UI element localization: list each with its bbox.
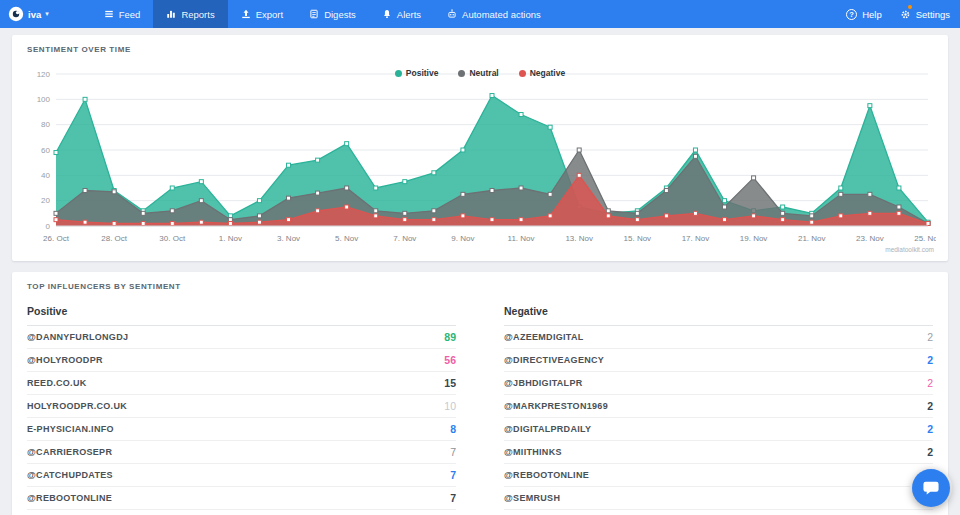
influencer-row[interactable]: @MARKPRESTON19692 xyxy=(504,395,933,418)
notification-dot xyxy=(908,5,912,9)
svg-text:9. Nov: 9. Nov xyxy=(451,234,474,243)
influencer-row[interactable]: @AZEEMDIGITAL2 xyxy=(504,326,933,349)
influencer-count: 2 xyxy=(927,446,933,458)
svg-text:40: 40 xyxy=(41,171,50,180)
influencer-row[interactable]: REED.CO.UK15 xyxy=(27,372,456,395)
nav-item-automated-actions[interactable]: Automated actions xyxy=(434,0,554,28)
chat-widget-button[interactable] xyxy=(912,469,950,507)
legend-label: Neutral xyxy=(469,68,498,78)
svg-text:19. Nov: 19. Nov xyxy=(740,234,768,243)
svg-text:28. Oct: 28. Oct xyxy=(101,234,128,243)
svg-text:1. Nov: 1. Nov xyxy=(219,234,242,243)
nav-item-digests[interactable]: Digests xyxy=(296,0,369,28)
legend-positive[interactable]: Positive xyxy=(395,68,439,78)
legend-dot-icon xyxy=(519,70,526,77)
influencer-row[interactable]: PAGES10.COM7 xyxy=(27,510,456,515)
influencer-name[interactable]: @HOLYROODPR xyxy=(27,355,103,365)
settings-label: Settings xyxy=(916,9,950,20)
influencer-row[interactable]: @DIRECTIVEAGENCY2 xyxy=(504,349,933,372)
negative-influencers-column: Negative @AZEEMDIGITAL2@DIRECTIVEAGENCY2… xyxy=(504,299,933,515)
influencer-name[interactable]: @JBHDIGITALPR xyxy=(504,378,583,388)
export-icon xyxy=(241,9,251,19)
influencer-name[interactable]: @DANNYFURLONGDJ xyxy=(27,332,128,342)
influencer-row[interactable]: @DIGITALPRDAILY2 xyxy=(504,418,933,441)
nav-item-reports[interactable]: Reports xyxy=(153,0,227,28)
chart-legend: PositiveNeutralNegative xyxy=(12,68,948,78)
influencer-name[interactable]: E-PHYSICIAN.INFO xyxy=(27,424,114,434)
nav-item-alerts[interactable]: Alerts xyxy=(369,0,434,28)
influencer-row[interactable]: @SEMRUSH2 xyxy=(504,487,933,510)
influencer-name[interactable]: HOLYROODPR.CO.UK xyxy=(27,401,127,411)
positive-column-header: Positive xyxy=(27,299,456,326)
influencer-row[interactable]: E-PHYSICIAN.INFO8 xyxy=(27,418,456,441)
alerts-icon xyxy=(382,9,392,19)
influencer-row[interactable]: @REBOOTONLINE2 xyxy=(504,464,933,487)
influencer-row[interactable]: @REBOOTONLINE7 xyxy=(27,487,456,510)
nav-item-label: Reports xyxy=(181,9,214,20)
influencer-count: 2 xyxy=(927,377,933,389)
influencer-count: 2 xyxy=(927,400,933,412)
svg-text:0: 0 xyxy=(46,222,51,231)
digests-icon xyxy=(309,9,319,19)
influencer-row[interactable]: @HOLYROODPR56 xyxy=(27,349,456,372)
svg-text:11. Nov: 11. Nov xyxy=(508,234,535,243)
watermark: mediatoolkit.com xyxy=(24,246,936,259)
legend-negative[interactable]: Negative xyxy=(519,68,565,78)
nav-item-feed[interactable]: Feed xyxy=(91,0,154,28)
negative-influencers-list: @AZEEMDIGITAL2@DIRECTIVEAGENCY2@JBHDIGIT… xyxy=(504,326,933,515)
influencer-name[interactable]: @MIITHINKS xyxy=(504,447,562,457)
influencer-count: 56 xyxy=(444,354,456,366)
influencer-count: 10 xyxy=(444,400,456,412)
influencer-row[interactable]: @JBHDIGITALPR2 xyxy=(504,372,933,395)
legend-neutral[interactable]: Neutral xyxy=(458,68,498,78)
influencer-name[interactable]: @DIGITALPRDAILY xyxy=(504,424,591,434)
chat-bubble-icon xyxy=(922,479,940,497)
influencer-name[interactable]: @CATCHUPDATES xyxy=(27,470,113,480)
top-influencers-card: TOP INFLUENCERS BY SENTIMENT Positive @D… xyxy=(12,272,948,515)
sentiment-chart[interactable]: PositiveNeutralNegative 0204060801001202… xyxy=(12,62,948,261)
influencer-row[interactable]: @MIITHINKS2 xyxy=(504,441,933,464)
influencer-count: 8 xyxy=(450,423,456,435)
influencer-name[interactable]: @AZEEMDIGITAL xyxy=(504,332,584,342)
top-navbar: iva ▾ FeedReportsExportDigestsAlertsAuto… xyxy=(0,0,960,28)
influencer-name[interactable]: @REBOOTONLINE xyxy=(504,470,589,480)
influencers-card-title: TOP INFLUENCERS BY SENTIMENT xyxy=(12,272,948,299)
svg-text:20: 20 xyxy=(41,196,50,205)
nav-item-label: Feed xyxy=(119,9,141,20)
influencer-name[interactable]: REED.CO.UK xyxy=(27,378,87,388)
svg-text:25. Nov: 25. Nov xyxy=(914,234,936,243)
influencer-name[interactable]: @SEMRUSH xyxy=(504,493,560,503)
brand-logo-icon xyxy=(8,6,24,22)
svg-text:30. Oct: 30. Oct xyxy=(159,234,186,243)
gear-icon xyxy=(900,9,911,20)
svg-text:26. Oct: 26. Oct xyxy=(43,234,70,243)
influencer-name[interactable]: @DIRECTIVEAGENCY xyxy=(504,355,604,365)
influencer-name[interactable]: @REBOOTONLINE xyxy=(27,493,112,503)
legend-dot-icon xyxy=(458,70,465,77)
svg-text:3. Nov: 3. Nov xyxy=(277,234,300,243)
sentiment-area-chart: 02040608010012026. Oct28. Oct30. Oct1. N… xyxy=(24,62,936,252)
settings-button[interactable]: Settings xyxy=(900,9,950,20)
svg-text:60: 60 xyxy=(41,146,50,155)
influencer-row[interactable]: HOLYROODPR.CO.UK10 xyxy=(27,395,456,418)
brand-menu[interactable]: iva ▾ xyxy=(8,6,49,22)
influencer-row[interactable]: @CARRIEROSEPR7 xyxy=(27,441,456,464)
help-label: Help xyxy=(862,9,882,20)
chart-plot-area[interactable]: 02040608010012026. Oct28. Oct30. Oct1. N… xyxy=(24,62,936,252)
nav-item-label: Digests xyxy=(324,9,356,20)
svg-text:23. Nov: 23. Nov xyxy=(856,234,884,243)
nav-item-label: Alerts xyxy=(397,9,421,20)
influencer-count: 2 xyxy=(927,354,933,366)
influencer-row[interactable]: @CATCHUPDATES7 xyxy=(27,464,456,487)
influencer-count: 7 xyxy=(450,469,456,481)
influencer-name[interactable]: @CARRIEROSEPR xyxy=(27,447,112,457)
influencer-name[interactable]: @MARKPRESTON1969 xyxy=(504,401,608,411)
influencer-count: 89 xyxy=(444,331,456,343)
nav-item-export[interactable]: Export xyxy=(228,0,296,28)
influencer-count: 2 xyxy=(927,331,933,343)
reports-icon xyxy=(166,9,176,19)
influencer-row[interactable]: @RAJEEV965273231 xyxy=(504,510,933,515)
positive-influencers-list: @DANNYFURLONGDJ89@HOLYROODPR56REED.CO.UK… xyxy=(27,326,456,515)
influencer-row[interactable]: @DANNYFURLONGDJ89 xyxy=(27,326,456,349)
help-button[interactable]: ? Help xyxy=(846,9,882,20)
